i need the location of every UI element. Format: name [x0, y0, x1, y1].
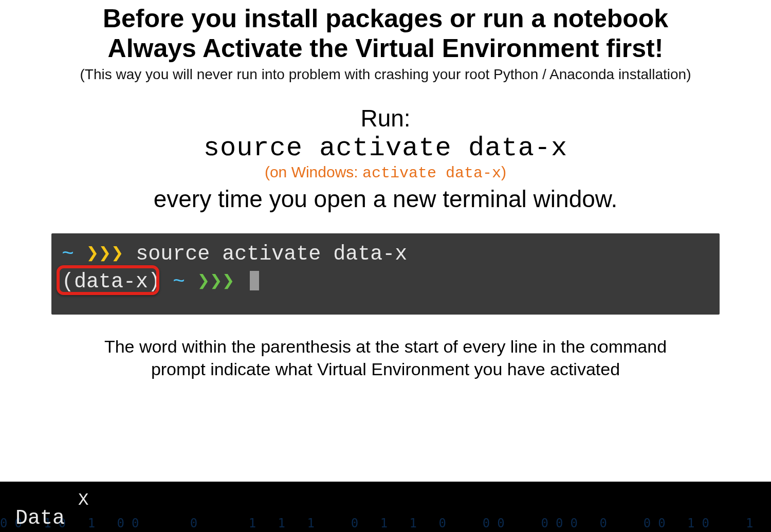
cursor-icon — [250, 271, 259, 290]
prompt-chevrons-icon: ❯❯❯ — [197, 270, 234, 293]
run-command: source activate data-x — [0, 133, 771, 163]
main-heading: Before you install packages or run a not… — [0, 0, 771, 63]
data-x-logo: Data X — [15, 507, 65, 530]
windows-note: (on Windows: activate data-x) — [0, 163, 771, 182]
tilde-icon: ~ — [173, 270, 185, 293]
terminal-line-2: (data-x) ~ ❯❯❯ — [62, 268, 709, 296]
terminal-line-1: ~ ❯❯❯ source activate data-x — [62, 241, 709, 268]
heading-line-1: Before you install packages or run a not… — [0, 4, 771, 34]
explanation-text: The word within the parenthesis at the s… — [0, 335, 771, 380]
run-instructions: Run: source activate data-x (on Windows:… — [0, 104, 771, 213]
logo-x: X — [78, 490, 88, 510]
logo-text: Data — [15, 507, 65, 530]
terminal-command-text: source activate data-x — [123, 243, 407, 266]
explain-line-2: prompt indicate what Virtual Environment… — [21, 358, 750, 380]
terminal-window: ~ ❯❯❯ source activate data-x (data-x) ~ … — [51, 233, 720, 315]
terminal-spacer — [234, 270, 247, 293]
prompt-chevrons-icon: ❯❯❯ — [86, 243, 123, 266]
terminal-screenshot: ~ ❯❯❯ source activate data-x (data-x) ~ … — [51, 233, 720, 315]
explain-line-1: The word within the parenthesis at the s… — [21, 335, 750, 358]
env-name-label: (data-x) — [62, 270, 160, 293]
windows-prefix: (on Windows: — [265, 163, 362, 180]
tilde-icon: ~ — [62, 243, 74, 266]
footer-banner: 00 10 1 00 0 1 1 1 0 1 1 0 00 000 0 00 1… — [0, 482, 771, 532]
run-label: Run: — [0, 104, 771, 132]
every-time-text: every time you open a new terminal windo… — [0, 185, 771, 213]
windows-suffix: ) — [501, 163, 506, 180]
matrix-background: 00 10 1 00 0 1 1 1 0 1 1 0 00 000 0 00 1… — [0, 482, 771, 532]
matrix-row: 00 10 1 00 0 1 1 1 0 1 1 0 00 000 0 00 1… — [0, 516, 771, 531]
sub-heading: (This way you will never run into proble… — [0, 66, 771, 83]
windows-command: activate data-x — [362, 164, 501, 182]
heading-line-2: Always Activate the Virtual Environment … — [0, 34, 771, 64]
slide-page: Before you install packages or run a not… — [0, 0, 771, 532]
